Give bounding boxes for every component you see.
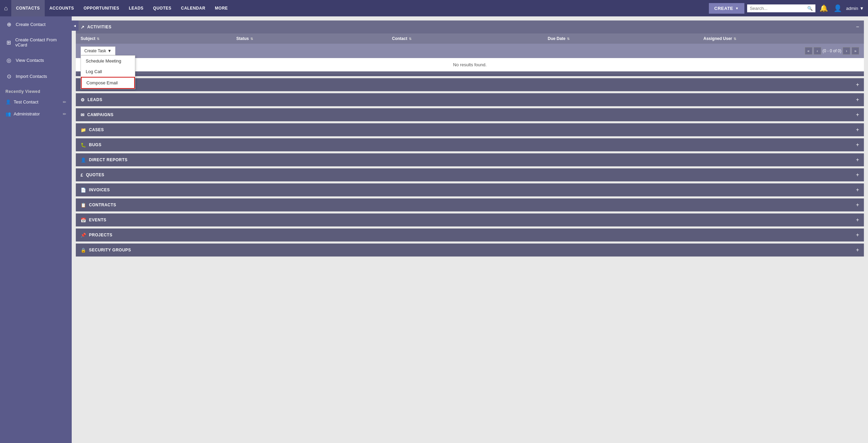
- quotes-title: QUOTES: [86, 172, 104, 177]
- table-spacer-2: [76, 74, 864, 76]
- edit-administrator-icon[interactable]: ✏: [63, 112, 66, 116]
- nav-more[interactable]: MORE: [210, 0, 233, 16]
- leads-icon: ⚙: [81, 97, 85, 102]
- campaigns-panel-header[interactable]: ✉ CAMPAIGNS +: [76, 108, 864, 121]
- sidebar-item-view-contacts[interactable]: ◎ View Contacts: [0, 52, 72, 68]
- nav-accounts[interactable]: ACCOUNTS: [45, 0, 79, 16]
- sidebar-recent-test-contact[interactable]: 👤 Test Contact ✏: [0, 96, 72, 108]
- nav-opportunities[interactable]: OPPORTUNITIES: [79, 0, 124, 16]
- pagination-first-button[interactable]: «: [805, 47, 812, 55]
- sort-status-icon[interactable]: ⇅: [250, 37, 253, 41]
- invoices-header-left: 📄 INVOICES: [81, 188, 110, 193]
- security-groups-panel: 🔒 SECURITY GROUPS +: [76, 244, 864, 257]
- sidebar-item-import-contacts[interactable]: ⊙ Import Contacts: [0, 68, 72, 84]
- activities-collapse-icon: −: [856, 24, 859, 30]
- opportunities-panel: 💡 OPPORTUNITIES +: [76, 78, 864, 91]
- admin-button[interactable]: admin ▼: [846, 6, 864, 11]
- direct-reports-header-left: 👤 DIRECT REPORTS: [81, 157, 128, 163]
- col-due-date-label: Due Date: [548, 36, 565, 41]
- bugs-panel-header[interactable]: 🐛 BUGS +: [76, 138, 864, 151]
- sort-assigned-user-icon[interactable]: ⇅: [733, 37, 736, 41]
- sidebar-item-create-contact[interactable]: ⊕ Create Contact: [0, 16, 72, 32]
- events-panel-header[interactable]: 📅 EVENTS +: [76, 213, 864, 226]
- direct-reports-panel: 👤 DIRECT REPORTS +: [76, 153, 864, 166]
- recently-viewed-title: Recently Viewed: [0, 84, 72, 96]
- edit-test-contact-icon[interactable]: ✏: [63, 100, 66, 105]
- nav-contacts[interactable]: CONTACTS: [11, 0, 45, 16]
- projects-plus-icon: +: [856, 232, 859, 238]
- search-input[interactable]: [750, 6, 807, 11]
- test-contact-icon: 👤: [5, 99, 11, 105]
- leads-header-left: ⚙ LEADS: [81, 97, 102, 102]
- create-task-dropdown: Schedule Meeting Log Call Compose Email: [81, 55, 135, 89]
- cases-panel-header[interactable]: 📁 CASES +: [76, 123, 864, 136]
- invoices-panel-header[interactable]: 📄 INVOICES +: [76, 183, 864, 196]
- pagination-next-button[interactable]: ›: [843, 47, 850, 55]
- sort-contact-icon[interactable]: ⇅: [409, 37, 411, 41]
- events-header-left: 📅 EVENTS: [81, 218, 107, 223]
- leads-panel: ⚙ LEADS +: [76, 93, 864, 106]
- nav-calendar[interactable]: CALENDAR: [176, 0, 210, 16]
- home-icon[interactable]: ⌂: [4, 5, 8, 12]
- contracts-panel-header[interactable]: 📋 CONTRACTS +: [76, 198, 864, 211]
- security-groups-title: SECURITY GROUPS: [89, 248, 131, 252]
- campaigns-title: CAMPAIGNS: [87, 112, 114, 117]
- security-groups-header-left: 🔒 SECURITY GROUPS: [81, 248, 131, 253]
- nav-menu: CONTACTS ACCOUNTS OPPORTUNITIES LEADS QU…: [11, 0, 709, 16]
- table-spacer: [76, 71, 864, 74]
- projects-panel-header[interactable]: 📌 PROJECTS +: [76, 229, 864, 241]
- nav-leads[interactable]: LEADS: [124, 0, 148, 16]
- sidebar-create-contact-label: Create Contact: [16, 22, 45, 27]
- activities-title: ACTIVITIES: [87, 25, 112, 29]
- collapse-sidebar-button[interactable]: ◄: [72, 20, 79, 31]
- quotes-panel-header[interactable]: £ QUOTES +: [76, 168, 864, 181]
- create-button[interactable]: CREATE ▼: [709, 3, 744, 14]
- pagination-last-button[interactable]: »: [852, 47, 859, 55]
- create-contact-icon: ⊕: [5, 21, 12, 28]
- direct-reports-title: DIRECT REPORTS: [89, 157, 128, 162]
- administrator-label: Administrator: [14, 111, 40, 116]
- sidebar: ⊕ Create Contact ⊞ Create Contact From v…: [0, 16, 72, 443]
- import-contacts-icon: ⊙: [5, 73, 12, 80]
- campaigns-icon: ✉: [81, 112, 85, 117]
- sidebar-item-create-contact-vcard[interactable]: ⊞ Create Contact From vCard: [0, 32, 72, 52]
- pagination-info: (0 - 0 of 0): [823, 49, 841, 53]
- nav-right-controls: CREATE ▼ 🔍 🔔 👤 admin ▼: [709, 3, 864, 14]
- activities-panel-header[interactable]: ↗ ACTIVITIES −: [76, 20, 864, 33]
- bugs-plus-icon: +: [856, 142, 859, 148]
- recent-item-left: 👤 Test Contact: [5, 99, 38, 105]
- test-contact-label: Test Contact: [14, 99, 38, 105]
- dropdown-schedule-meeting[interactable]: Schedule Meeting: [81, 56, 135, 66]
- projects-icon: 📌: [81, 233, 86, 238]
- create-task-button[interactable]: Create Task ▼: [81, 46, 115, 55]
- activities-icon: ↗: [81, 25, 85, 30]
- security-groups-plus-icon: +: [856, 247, 859, 253]
- opportunities-panel-header[interactable]: 💡 OPPORTUNITIES +: [76, 78, 864, 91]
- sort-due-date-icon[interactable]: ⇅: [567, 37, 570, 41]
- col-contact: Contact ⇅: [392, 36, 548, 41]
- cases-plus-icon: +: [856, 127, 859, 133]
- col-status: Status ⇅: [236, 36, 392, 41]
- user-avatar-icon[interactable]: 👤: [832, 3, 843, 14]
- bugs-title: BUGS: [89, 142, 102, 147]
- sort-subject-icon[interactable]: ⇅: [97, 37, 99, 41]
- nav-quotes[interactable]: QUOTES: [148, 0, 176, 16]
- leads-panel-header[interactable]: ⚙ LEADS +: [76, 93, 864, 106]
- search-icon[interactable]: 🔍: [807, 6, 813, 11]
- sidebar-recent-administrator[interactable]: 👥 Administrator ✏: [0, 108, 72, 120]
- pagination-prev-button[interactable]: ‹: [814, 47, 821, 55]
- dropdown-log-call[interactable]: Log Call: [81, 66, 135, 77]
- direct-reports-panel-header[interactable]: 👤 DIRECT REPORTS +: [76, 153, 864, 166]
- dropdown-compose-email[interactable]: Compose Email: [81, 77, 135, 89]
- activities-header-left: ↗ ACTIVITIES: [81, 25, 112, 30]
- security-groups-panel-header[interactable]: 🔒 SECURITY GROUPS +: [76, 244, 864, 257]
- recent-item-left: 👥 Administrator: [5, 111, 40, 116]
- activities-table-toolbar: Create Task ▼ Schedule Meeting Log Call …: [76, 44, 864, 58]
- activities-table-header: Subject ⇅ Status ⇅ Contact ⇅ Due Date ⇅ …: [76, 33, 864, 44]
- events-panel: 📅 EVENTS +: [76, 213, 864, 226]
- cases-panel: 📁 CASES +: [76, 123, 864, 136]
- col-subject: Subject ⇅: [81, 36, 236, 41]
- contracts-header-left: 📋 CONTRACTS: [81, 203, 116, 208]
- notifications-icon[interactable]: 🔔: [818, 3, 829, 14]
- cases-title: CASES: [89, 127, 104, 132]
